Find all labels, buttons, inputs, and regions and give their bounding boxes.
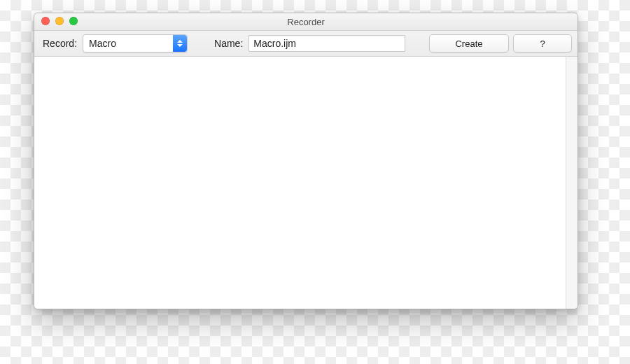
- vertical-scrollbar[interactable]: [566, 57, 578, 309]
- window-controls: [41, 17, 78, 25]
- record-select[interactable]: Macro: [83, 34, 188, 52]
- minimize-icon[interactable]: [55, 17, 64, 25]
- create-button[interactable]: Create: [429, 34, 509, 52]
- help-button-label: ?: [540, 38, 545, 49]
- zoom-icon[interactable]: [69, 17, 78, 25]
- record-label: Record:: [40, 38, 78, 49]
- name-input[interactable]: [248, 35, 405, 52]
- toolbar: Record: Macro Name: Create ?: [34, 31, 578, 57]
- select-arrows-icon: [173, 35, 187, 52]
- content-wrap: [34, 57, 578, 309]
- record-select-value: Macro: [89, 38, 116, 49]
- recorder-textarea[interactable]: [34, 57, 566, 309]
- help-button[interactable]: ?: [513, 34, 572, 52]
- close-icon[interactable]: [41, 17, 50, 25]
- window-title: Recorder: [287, 17, 324, 27]
- create-button-label: Create: [455, 38, 482, 49]
- titlebar[interactable]: Recorder: [34, 13, 578, 31]
- background: Recorder Record: Macro Name: Create ?: [0, 0, 630, 364]
- recorder-window: Recorder Record: Macro Name: Create ?: [34, 13, 578, 309]
- name-label: Name:: [211, 38, 244, 49]
